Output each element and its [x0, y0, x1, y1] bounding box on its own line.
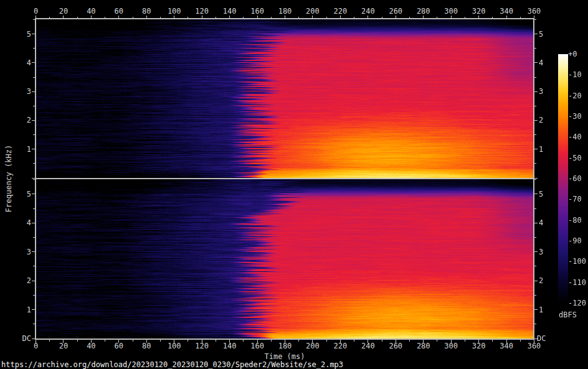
freq-tick-major	[32, 194, 35, 194]
time-tick-major	[396, 16, 396, 19]
freq-tick-major	[534, 223, 538, 223]
time-tick-label: 40	[87, 7, 95, 16]
time-tick-major	[534, 16, 534, 19]
time-tick-label: 60	[115, 7, 123, 16]
time-tick-minor	[409, 340, 410, 342]
colorbar-tick-label: -100	[568, 257, 586, 266]
time-tick-label: 160	[250, 7, 264, 16]
time-tick-minor	[216, 340, 216, 342]
freq-tick-label-dc: DC	[11, 334, 31, 343]
freq-tick-major	[534, 281, 538, 281]
time-tick-minor	[354, 17, 354, 19]
freq-tick-minor	[33, 208, 35, 209]
freq-tick-major	[32, 309, 35, 310]
freq-tick-major	[534, 194, 538, 194]
time-tick-minor	[243, 340, 244, 342]
time-tick-label: 180	[278, 7, 292, 16]
freq-tick-minor	[534, 266, 536, 266]
time-tick-label: 80	[142, 342, 151, 350]
freq-tick-label: 4	[539, 58, 543, 67]
time-tick-label: 200	[306, 342, 320, 350]
time-tick-minor	[105, 17, 105, 19]
time-tick-label: 300	[444, 7, 458, 16]
time-tick-major	[146, 16, 147, 19]
time-tick-label: 200	[306, 7, 320, 16]
freq-tick-label: 1	[11, 306, 31, 314]
freq-tick-label: 1	[11, 145, 31, 154]
freq-tick-minor	[534, 77, 536, 78]
time-tick-major	[229, 16, 230, 19]
colorbar-tick-label: -80	[568, 216, 582, 225]
time-tick-minor	[49, 17, 50, 19]
colorbar-tick-label: -10	[568, 70, 582, 79]
time-tick-label: 220	[334, 342, 348, 350]
time-tick-label: 340	[500, 342, 513, 350]
colorbar-tick-label: +0	[568, 50, 577, 58]
colorbar-tick-label: -20	[568, 91, 582, 100]
time-tick-major	[36, 16, 36, 19]
time-tick-label: 240	[361, 7, 375, 16]
freq-tick-minor	[33, 237, 35, 238]
freq-tick-label: 1	[539, 306, 543, 314]
freq-tick-label: 3	[11, 248, 31, 256]
time-tick-major	[174, 16, 174, 19]
freq-tick-major	[534, 62, 538, 63]
colorbar-tick-label: -40	[568, 133, 582, 141]
freq-tick-major	[32, 34, 35, 34]
freq-tick-major	[32, 281, 35, 281]
freq-tick-minor	[33, 179, 35, 180]
freq-tick-major	[32, 251, 35, 252]
time-tick-label: 40	[87, 342, 95, 350]
freq-tick-minor	[534, 163, 536, 164]
frequency-axis-label: Frequency (kHz)	[4, 145, 13, 212]
time-tick-major	[91, 16, 92, 19]
colorbar-label: dBFS	[559, 311, 577, 319]
freq-tick-label: 3	[539, 248, 543, 256]
freq-tick-major	[32, 91, 35, 92]
time-tick-minor	[492, 340, 493, 342]
spectrogram-channel-2	[36, 179, 534, 339]
colorbar-tick-label: -50	[568, 154, 582, 162]
colorbar-tick-label: -120	[568, 299, 586, 307]
freq-tick-major	[534, 120, 538, 121]
time-tick-label: 140	[223, 342, 237, 350]
time-tick-minor	[187, 17, 188, 19]
freq-tick-minor	[534, 106, 536, 106]
time-tick-major	[312, 16, 313, 19]
time-tick-label: 360	[528, 342, 541, 350]
freq-tick-label: 3	[539, 87, 543, 96]
time-tick-minor	[326, 340, 327, 342]
time-tick-label: 20	[59, 7, 68, 16]
time-tick-minor	[216, 17, 216, 19]
time-tick-label: 280	[417, 7, 430, 16]
time-tick-major	[423, 16, 424, 19]
freq-tick-major	[534, 309, 538, 310]
time-tick-label: 0	[34, 342, 38, 350]
freq-tick-minor	[534, 237, 536, 238]
time-tick-label: 0	[34, 7, 38, 16]
time-tick-minor	[520, 17, 521, 19]
time-tick-major	[63, 16, 64, 19]
url-caption: https://archive.org/download/20230120_20…	[1, 360, 343, 369]
colorbar-tick-label: -60	[568, 174, 582, 183]
colorbar-tick-label: -30	[568, 112, 582, 121]
time-tick-minor	[105, 340, 105, 342]
time-tick-minor	[520, 340, 521, 342]
freq-tick-dc	[534, 178, 538, 179]
freq-tick-minor	[33, 48, 35, 49]
freq-tick-label: 3	[11, 87, 31, 96]
freq-tick-major	[534, 251, 538, 252]
time-tick-major	[478, 16, 479, 19]
time-tick-label: 240	[361, 342, 375, 350]
time-tick-major	[202, 16, 202, 19]
time-tick-major	[257, 16, 258, 19]
time-tick-minor	[437, 340, 437, 342]
time-tick-minor	[187, 340, 188, 342]
time-tick-major	[285, 16, 285, 19]
freq-tick-major	[534, 34, 538, 34]
freq-tick-minor	[534, 208, 536, 209]
freq-tick-minor	[33, 77, 35, 78]
time-tick-major	[368, 16, 368, 19]
time-tick-label: 100	[168, 342, 181, 350]
time-tick-label: 220	[334, 7, 348, 16]
